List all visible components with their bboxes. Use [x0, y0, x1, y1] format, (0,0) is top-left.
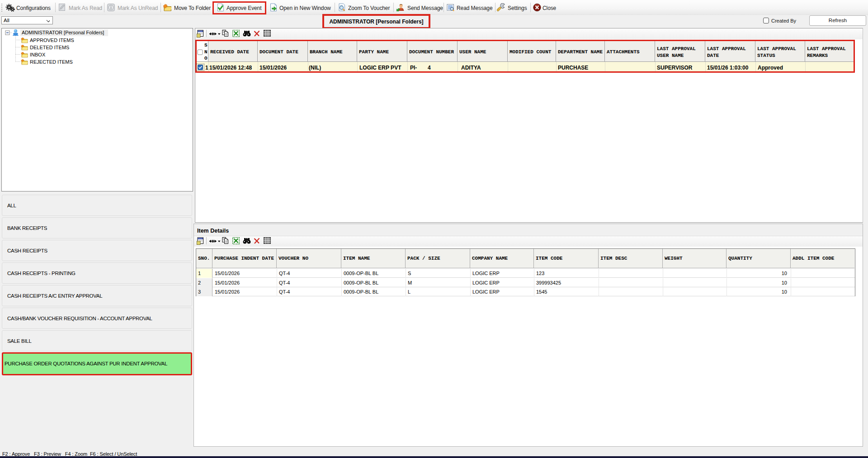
svg-text:S: S — [204, 42, 208, 48]
svg-text:O: O — [204, 56, 208, 61]
svg-text:N: N — [204, 49, 208, 55]
